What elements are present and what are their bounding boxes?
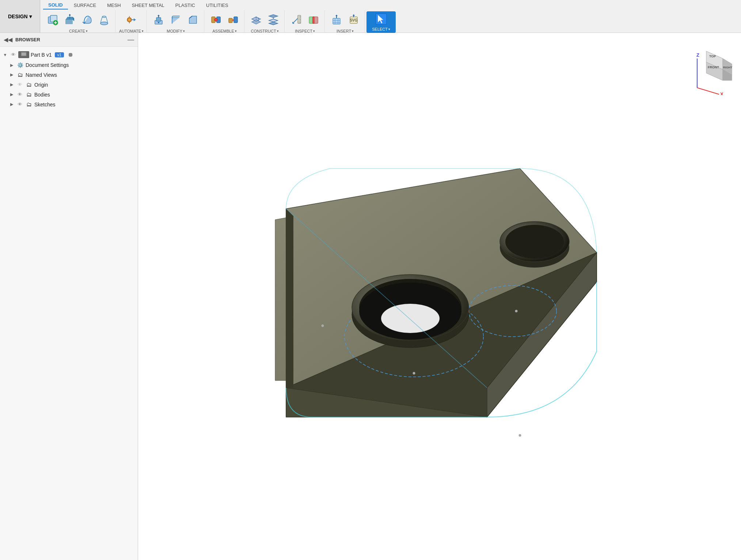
svg-marker-6	[65, 17, 73, 20]
modify-icons	[151, 11, 201, 29]
svg-rect-66	[22, 53, 26, 56]
svg-text:RIGHT: RIGHT	[723, 66, 732, 69]
insert-mesh-button[interactable]	[328, 11, 345, 29]
toolbar-group-automate: AUTOMATE ▾	[116, 10, 147, 34]
design-button[interactable]: DESIGN ▾	[0, 0, 40, 33]
toolbar-tabs: SOLID SURFACE MESH SHEET METAL PLASTIC U…	[40, 0, 741, 33]
sketches-arrow: ▶	[9, 102, 15, 107]
joint-icon	[210, 14, 222, 26]
svg-point-13	[128, 19, 130, 21]
insert-mesh-icon	[331, 14, 342, 26]
new-component-button[interactable]	[45, 11, 61, 29]
canvas-area[interactable]: Z X TOP FRONT RIGHT	[138, 33, 741, 560]
record-button[interactable]: ⏺	[68, 52, 73, 58]
inspect-chevron: ▾	[313, 29, 315, 33]
measure-icon	[290, 14, 302, 26]
offset-plane-icon	[250, 14, 262, 26]
toolbar-group-insert: SVG INSERT ▾	[326, 10, 365, 34]
tab-mesh[interactable]: MESH	[102, 1, 126, 9]
tab-utilities[interactable]: UTILITIES	[201, 1, 233, 9]
interference-icon	[308, 14, 319, 26]
origin-eye-icon[interactable]: 👁	[16, 82, 23, 87]
named-views-folder-icon: 🗂	[16, 72, 24, 78]
automate-chevron: ▾	[142, 29, 144, 33]
midplane-button[interactable]	[265, 11, 281, 29]
loft-button[interactable]	[96, 11, 112, 29]
tab-sheet-metal[interactable]: SHEET METAL	[127, 1, 170, 9]
sketches-eye-icon[interactable]: 👁	[16, 102, 23, 107]
automate-button[interactable]	[123, 11, 140, 29]
new-component-icon	[47, 14, 58, 26]
root-box-icon	[18, 51, 29, 58]
svg-point-31	[232, 19, 234, 21]
loft-icon	[98, 14, 110, 26]
svg-rect-43	[298, 15, 301, 23]
assemble-chevron: ▾	[235, 29, 237, 33]
press-pull-icon	[153, 14, 164, 26]
as-built-joint-button[interactable]	[225, 11, 241, 29]
create-chevron: ▾	[86, 29, 88, 33]
svg-text:SVG: SVG	[350, 18, 358, 22]
tab-surface[interactable]: SURFACE	[69, 1, 101, 9]
tree-item-sketches[interactable]: ▶ 👁 🗂 Sketches	[0, 99, 138, 109]
revolve-button[interactable]	[79, 11, 95, 29]
doc-settings-arrow: ▶	[9, 63, 15, 68]
browser-title: BROWSER	[15, 37, 125, 42]
root-eye-icon[interactable]: 👁	[10, 52, 17, 57]
svg-text:FRONT: FRONT	[708, 65, 719, 69]
toolbar-group-construct: CONSTRUCT ▾	[245, 10, 285, 34]
select-label: SELECT ▾	[372, 27, 390, 31]
svg-rect-52	[333, 18, 340, 24]
svg-marker-36	[269, 22, 278, 25]
svg-rect-28	[229, 18, 232, 23]
toolbar-groups: CREATE ▾	[40, 10, 741, 35]
svg-point-11	[102, 16, 106, 18]
measure-button[interactable]	[288, 11, 304, 29]
tree-item-named-views[interactable]: ▶ 🗂 Named Views	[0, 70, 138, 80]
extrude-button[interactable]	[62, 11, 78, 29]
bodies-folder-icon: 🗂	[25, 91, 33, 98]
insert-chevron: ▾	[352, 29, 354, 33]
toolbar-group-select[interactable]: SELECT ▾	[366, 11, 396, 33]
root-badge: v1	[55, 52, 64, 57]
svg-marker-37	[269, 15, 278, 18]
doc-settings-label: Document Settings	[26, 62, 69, 68]
svg-rect-5	[65, 20, 73, 24]
named-views-label: Named Views	[26, 72, 57, 78]
collapse-button[interactable]: ◀◀	[4, 36, 12, 43]
tab-solid[interactable]: SOLID	[43, 1, 68, 10]
construct-chevron: ▾	[277, 29, 279, 33]
tree-item-bodies[interactable]: ▶ 👁 🗂 Bodies	[0, 90, 138, 99]
svg-point-87	[505, 225, 564, 258]
inspect-icons	[288, 11, 322, 29]
automate-icons	[123, 11, 140, 29]
chamfer-button[interactable]	[185, 11, 201, 29]
sketches-label: Sketches	[34, 102, 56, 107]
tree-item-origin[interactable]: ▶ 👁 🗂 Origin	[0, 80, 138, 90]
bodies-eye-icon[interactable]: 👁	[16, 92, 23, 97]
insert-svg-button[interactable]: SVG	[346, 11, 362, 29]
design-arrow: ▾	[29, 14, 32, 19]
svg-marker-58	[335, 15, 338, 16]
joint-button[interactable]	[208, 11, 224, 29]
offset-plane-button[interactable]	[248, 11, 264, 29]
svg-rect-19	[156, 18, 161, 21]
tree-item-doc-settings[interactable]: ▶ ⚙️ Document Settings	[0, 60, 138, 70]
tree-item-root[interactable]: ▼ 👁 Part B v1 v1 ⏺	[0, 49, 138, 60]
named-views-arrow: ▶	[9, 72, 15, 77]
browser-minimize-button[interactable]: —	[128, 36, 134, 43]
browser-header: ◀◀ BROWSER —	[0, 33, 138, 47]
origin-label: Origin	[34, 82, 48, 88]
tab-plastic[interactable]: PLASTIC	[170, 1, 200, 9]
design-label: DESIGN	[8, 14, 28, 19]
press-pull-button[interactable]	[151, 11, 167, 29]
interference-button[interactable]	[305, 11, 322, 29]
create-icons	[45, 11, 112, 29]
browser-tree: ▼ 👁 Part B v1 v1 ⏺ ▶ ⚙️ Document Setting…	[0, 47, 138, 111]
root-label: Part B v1	[31, 52, 52, 58]
modify-chevron: ▾	[183, 29, 185, 33]
fillet-button[interactable]	[168, 11, 184, 29]
view-cube[interactable]: Z X TOP FRONT RIGHT	[686, 40, 730, 84]
svg-point-89	[515, 310, 518, 313]
svg-marker-39	[269, 19, 278, 22]
